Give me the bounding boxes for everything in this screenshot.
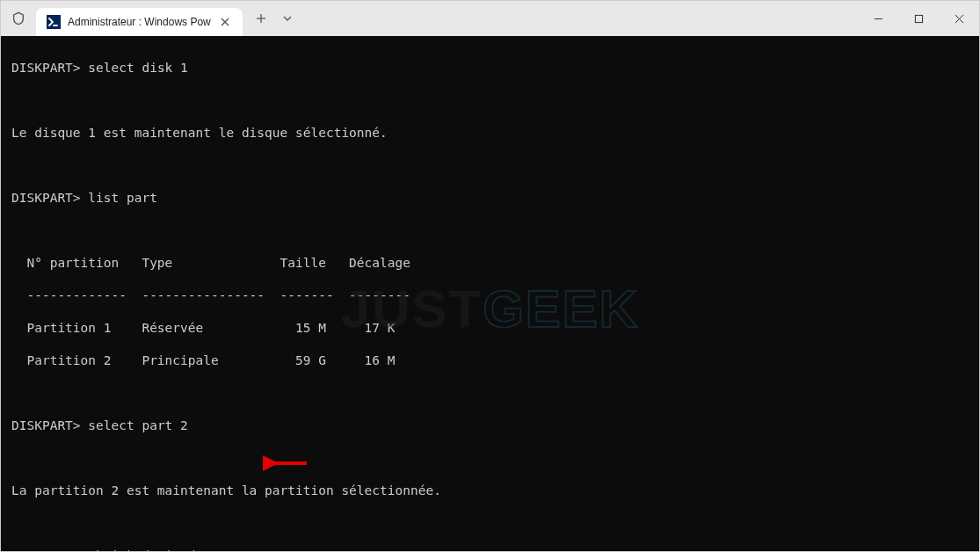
diskpart-prompt: DISKPART>: [11, 61, 81, 75]
command-text: select disk 1: [88, 61, 188, 75]
window-controls: [858, 1, 979, 36]
table-row: Partition 1 Réservée 15 M 17 K: [11, 320, 969, 337]
minimize-button[interactable]: [858, 1, 898, 36]
output-text: Le disque 1 est maintenant le disque sél…: [11, 125, 969, 142]
powershell-icon: [47, 15, 61, 29]
diskpart-prompt: DISKPART>: [11, 191, 81, 205]
diskpart-prompt: DISKPART>: [11, 418, 81, 432]
svg-rect-7: [915, 15, 922, 22]
tab-close-button[interactable]: [218, 15, 232, 29]
diskpart-prompt: DISKPART>: [11, 548, 81, 552]
new-tab-button[interactable]: [248, 5, 274, 32]
watermark: JUSTGEEK: [341, 301, 639, 317]
command-text: list part: [88, 191, 157, 205]
table-divider: ------------- ---------------- ------- -…: [11, 287, 969, 304]
shield-icon: [1, 1, 36, 36]
titlebar: Administrateur : Windows Pow: [1, 1, 979, 36]
active-tab[interactable]: Administrateur : Windows Pow: [36, 8, 243, 36]
tab-title: Administrateur : Windows Pow: [68, 16, 211, 28]
table-header: N° partition Type Taille Décalage: [11, 255, 969, 272]
terminal-line: DISKPART> select part 2: [11, 418, 969, 434]
terminal-line: [11, 222, 969, 239]
terminal-line: DISKPART> shrink desired=30720: [11, 548, 969, 552]
tab-dropdown-button[interactable]: [274, 5, 301, 32]
terminal-line: [11, 92, 969, 109]
terminal-line: DISKPART> select disk 1: [11, 60, 969, 76]
command-text: shrink desired=30720: [88, 548, 242, 552]
terminal-line: [11, 385, 969, 402]
close-button[interactable]: [939, 1, 979, 36]
table-row: Partition 2 Principale 59 G 16 M: [11, 352, 969, 369]
output-text: La partition 2 est maintenant la partiti…: [11, 483, 969, 499]
maximize-button[interactable]: [898, 1, 939, 36]
terminal-line: [11, 157, 969, 174]
terminal-line: DISKPART> list part: [11, 190, 969, 207]
terminal-area[interactable]: DISKPART> select disk 1 Le disque 1 est …: [1, 36, 979, 551]
app-window: Administrateur : Windows Pow: [0, 0, 980, 552]
terminal-line: [11, 450, 969, 467]
command-text: select part 2: [88, 418, 188, 432]
terminal-line: [11, 515, 969, 532]
red-arrow-annotation: [263, 454, 311, 472]
